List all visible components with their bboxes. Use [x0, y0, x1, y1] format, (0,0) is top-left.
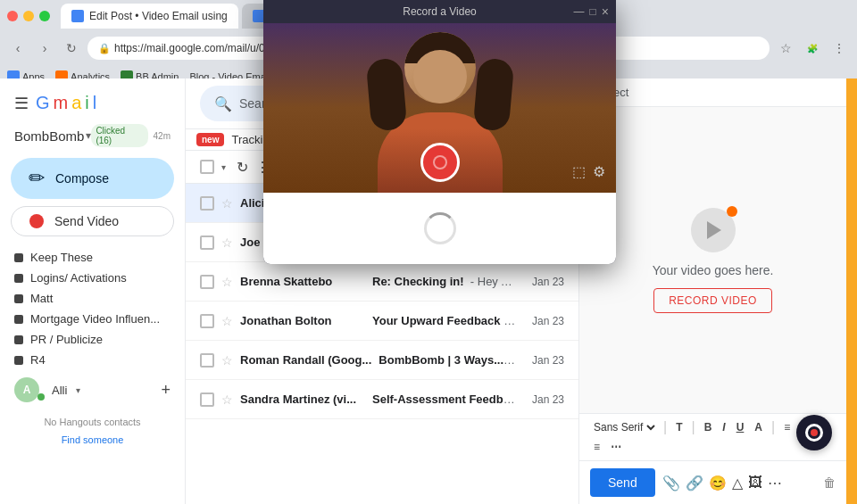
forward-btn[interactable]: ›: [34, 37, 55, 59]
email-checkbox-5[interactable]: [200, 392, 214, 407]
bold-btn[interactable]: B: [701, 419, 716, 435]
refresh-btn[interactable]: ↻: [237, 159, 248, 176]
record-btn[interactable]: [420, 143, 460, 182]
video-recording-window: Record a Video — □ ×: [263, 0, 616, 264]
bookmark-star-btn[interactable]: ☆: [775, 37, 796, 59]
underline-btn[interactable]: U: [733, 419, 748, 435]
sidebar-item-pr[interactable]: PR / Publicize: [0, 329, 178, 350]
font-select[interactable]: Sans Serif: [590, 420, 658, 434]
user-name: Alli: [52, 384, 67, 397]
email-item-5[interactable]: ☆ Sandra Martinez (vi... Self-Assessment…: [186, 380, 578, 419]
sidebar-label-keep-these: Keep These: [30, 251, 93, 264]
sidebar-item-matt[interactable]: Matt: [0, 288, 178, 309]
emoji-btn[interactable]: 😊: [709, 475, 727, 492]
email-item-2[interactable]: ☆ Brenna Skattebo Re: Checking in! - Hey…: [186, 262, 578, 302]
email-item-4[interactable]: ☆ Roman Randall (Goog... BombBomb | 3 Wa…: [186, 341, 578, 380]
bb-badge-area: Clicked (16) 42m: [91, 124, 171, 147]
compose-button[interactable]: ✏ Compose: [11, 158, 174, 199]
select-all-checkbox[interactable]: [200, 160, 214, 174]
insert-link-btn[interactable]: 🔗: [686, 475, 703, 492]
sidebar-label-matt: Matt: [30, 292, 53, 305]
user-avatar: A: [14, 377, 39, 402]
email-date-3: Jan 23: [532, 315, 564, 327]
right-panel: Subject Your video goes here. RECORD VID…: [578, 78, 846, 504]
video-window-title: Record a Video: [403, 5, 477, 18]
italic-btn[interactable]: I: [719, 419, 728, 435]
attach-file-btn[interactable]: 📎: [662, 475, 680, 492]
text-color-btn[interactable]: A: [751, 419, 766, 435]
maximize-window-btn[interactable]: [39, 11, 50, 21]
subject-area: Subject: [579, 78, 846, 107]
more-formatting-btn[interactable]: ⋯: [607, 439, 625, 455]
send-video-button[interactable]: Send Video: [11, 206, 174, 236]
person-head: [404, 32, 476, 103]
discard-btn[interactable]: 🗑: [823, 475, 836, 490]
screen-share-btn[interactable]: ⬚: [572, 163, 586, 180]
send-video-label: Send Video: [54, 214, 119, 228]
menu-btn[interactable]: ⋮: [828, 37, 850, 59]
folder-icon-r4: [14, 356, 23, 365]
email-body-5: Self-Assessment Feedback - Invitation -: [372, 392, 518, 406]
add-account-btn[interactable]: +: [161, 381, 171, 400]
video-settings-btn[interactable]: ⚙: [593, 163, 605, 180]
bombbomb-label[interactable]: BombBomb ▾ Clicked (16) 42m: [0, 120, 185, 151]
font-size-btn[interactable]: T: [672, 419, 686, 435]
select-dropdown-btn[interactable]: ▾: [221, 162, 226, 172]
email-item-3[interactable]: ☆ Jonathan Bolton Your Upward Feedback R…: [186, 302, 578, 341]
email-checkbox-3[interactable]: [200, 314, 214, 328]
video-close-btn[interactable]: ×: [602, 4, 609, 19]
email-date-5: Jan 23: [532, 393, 564, 406]
loading-spinner: [424, 212, 456, 244]
close-window-btn[interactable]: [7, 11, 18, 21]
email-sender-4: Roman Randall (Goog...: [240, 353, 371, 367]
video-minimize-btn[interactable]: —: [574, 5, 585, 18]
send-button[interactable]: Send: [590, 468, 655, 497]
user-dropdown-icon: ▾: [76, 385, 80, 395]
sidebar-item-logins[interactable]: Logins/ Activations: [0, 268, 178, 288]
record-video-btn[interactable]: RECORD VIDEO: [653, 288, 772, 313]
tab-label-1: Edit Post • Video Email using: [89, 10, 228, 22]
bombbomb-record-floating-btn[interactable]: [796, 415, 832, 450]
email-star-4[interactable]: ☆: [221, 353, 233, 368]
video-placeholder-text: Your video goes here.: [653, 263, 774, 277]
notification-dot-icon: [727, 206, 737, 217]
window-controls: [7, 11, 50, 21]
email-star-5[interactable]: ☆: [221, 392, 233, 407]
photo-btn[interactable]: 🖼: [748, 475, 762, 491]
time-ago-label: 42m: [154, 131, 171, 141]
sidebar-item-keep-these[interactable]: Keep These: [0, 247, 178, 268]
extensions-btn[interactable]: 🧩: [802, 37, 823, 59]
user-avatar-row[interactable]: A Alli ▾ +: [0, 370, 185, 409]
sidebar-label-pr: PR / Publicize: [30, 333, 103, 346]
compose-plus-icon: ✏: [29, 167, 45, 190]
email-checkbox-1[interactable]: [200, 235, 214, 250]
folder-icon-mortgage: [14, 315, 23, 324]
email-date-2: Jan 23: [532, 276, 564, 288]
email-date-4: Jan 23: [532, 354, 564, 367]
email-sender-2: Brenna Skattebo: [240, 275, 365, 288]
email-star-0[interactable]: ☆: [221, 196, 233, 211]
sidebar-item-mortgage[interactable]: Mortgage Video Influen...: [0, 309, 178, 329]
indent-btn[interactable]: ≡: [590, 439, 603, 455]
email-star-2[interactable]: ☆: [221, 275, 233, 289]
email-body-2: Re: Checking in! - Hey Alli! Thanks so m…: [372, 275, 518, 288]
find-someone-link[interactable]: Find someone: [0, 434, 185, 449]
email-checkbox-0[interactable]: [200, 196, 214, 211]
hamburger-menu-btn[interactable]: ☰: [14, 94, 29, 113]
align-left-btn[interactable]: ≡: [780, 419, 794, 435]
drive-btn[interactable]: △: [732, 475, 743, 492]
gmail-logo: Gmail: [36, 93, 96, 113]
video-window-titlebar: Record a Video — □ ×: [263, 0, 616, 23]
email-checkbox-2[interactable]: [200, 275, 214, 289]
sidebar-item-r4[interactable]: R4: [0, 350, 178, 370]
minimize-window-btn[interactable]: [23, 11, 34, 21]
email-checkbox-4[interactable]: [200, 353, 214, 368]
email-star-3[interactable]: ☆: [221, 314, 233, 328]
reload-btn[interactable]: ↻: [61, 37, 82, 59]
email-star-1[interactable]: ☆: [221, 235, 233, 250]
back-btn[interactable]: ‹: [7, 37, 29, 59]
video-maximize-btn[interactable]: □: [590, 5, 596, 18]
more-options-compose-btn[interactable]: ⋯: [768, 475, 782, 492]
tab-edit-post[interactable]: Edit Post • Video Email using: [61, 4, 238, 29]
record-dot-icon: [29, 214, 44, 228]
